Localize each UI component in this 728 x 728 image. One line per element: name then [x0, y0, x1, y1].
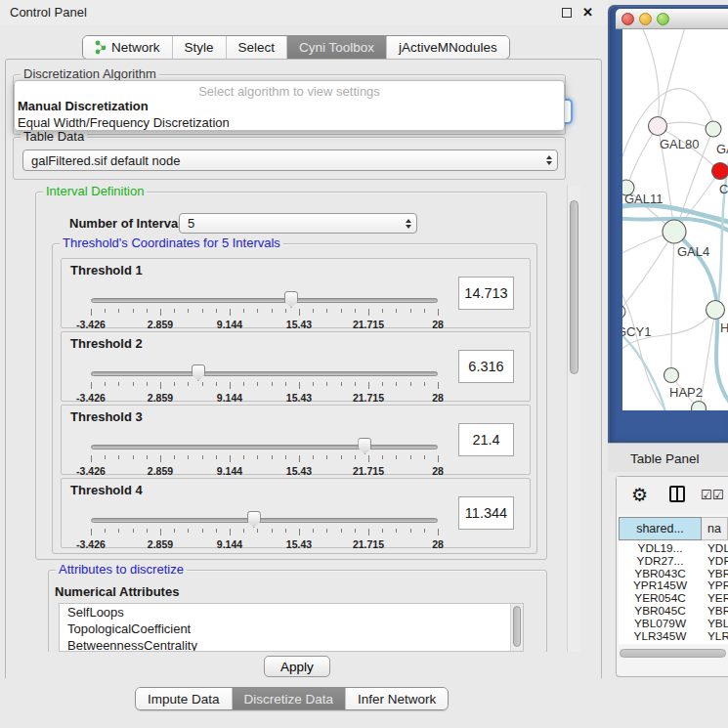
cell-name: YBR0	[702, 604, 728, 617]
minimize-traffic-light-icon[interactable]	[639, 13, 652, 25]
slider-track[interactable]	[91, 445, 438, 450]
table-row[interactable]: YBL079WYBL0	[619, 617, 728, 629]
table-row[interactable]: YIL052CYIL0	[619, 641, 728, 644]
table-row[interactable]: YDL19...YDL1	[619, 541, 728, 554]
algorithm-option[interactable]: Equal Width/Frequency Discretization	[15, 114, 564, 131]
float-window-icon[interactable]	[562, 8, 572, 18]
threshold-value-field[interactable]: 14.713	[458, 277, 514, 310]
tick-mark	[118, 455, 119, 459]
tick-label: 15.43	[286, 319, 312, 330]
table-row[interactable]: YDR27...YDR2	[619, 554, 728, 567]
attribute-list-item[interactable]: BetweennessCentrality	[60, 637, 523, 652]
slider-track[interactable]	[91, 518, 438, 523]
attribute-list-item[interactable]: SelfLoops	[60, 604, 523, 621]
tick-mark	[272, 309, 273, 313]
tick-mark	[410, 529, 411, 533]
tick-mark	[202, 382, 203, 386]
threshold-slider[interactable]: -3.4262.8599.14415.4321.71528	[91, 445, 438, 449]
tick-mark	[285, 529, 286, 533]
attribute-list-item[interactable]: TopologicalCoefficient	[60, 621, 523, 637]
table-row[interactable]: YER054CYER0	[619, 591, 728, 604]
slider-track[interactable]	[91, 371, 438, 376]
slider-thumb-icon[interactable]	[247, 511, 261, 528]
tab-cyni-toolbox[interactable]: Cyni Toolbox	[286, 36, 386, 59]
slider-tick-labels: -3.4262.8599.14415.4321.71528	[91, 538, 438, 550]
network-node[interactable]	[707, 301, 725, 320]
tick-mark	[313, 529, 314, 533]
network-canvas[interactable]: GAL80GACGAL11GAL4GCY1HHAP2	[622, 29, 728, 410]
tick-mark	[243, 455, 244, 459]
tab-impute-data[interactable]: Impute Data	[136, 688, 232, 709]
tick-mark	[133, 529, 134, 533]
tick-label: 28	[432, 392, 444, 404]
tick-mark	[285, 309, 286, 313]
network-node[interactable]	[664, 368, 679, 383]
table-row[interactable]: YBR043CYBR0	[619, 567, 728, 579]
tick-label: 28	[432, 319, 444, 330]
threshold-value-field[interactable]: 11.344	[458, 496, 514, 530]
settings-scrollbar[interactable]	[567, 186, 580, 652]
cell-name: YBR0	[702, 567, 728, 579]
tick-mark	[202, 455, 203, 459]
network-node[interactable]	[712, 163, 728, 180]
settings-gear-icon[interactable]: ⚙	[631, 484, 648, 506]
column-header-shared-name[interactable]: shared...	[619, 517, 702, 540]
tick-mark	[105, 455, 106, 459]
tab-network[interactable]: Network	[83, 36, 172, 59]
network-node[interactable]	[663, 220, 686, 243]
tick-label: -3.426	[76, 319, 106, 330]
num-intervals-combobox[interactable]: 5	[179, 213, 417, 234]
table-row[interactable]: YBR045CYBR0	[619, 604, 728, 617]
close-icon[interactable]: ✕	[581, 6, 594, 19]
numerical-attributes-list[interactable]: SelfLoopsTopologicalCoefficientBetweenne…	[59, 603, 524, 652]
threshold-slider[interactable]: -3.4262.8599.14415.4321.71528	[91, 298, 438, 302]
tick-mark	[326, 309, 327, 313]
tab-discretize-data[interactable]: Discretize Data	[232, 688, 346, 709]
network-node[interactable]	[622, 305, 625, 319]
slider-thumb-icon[interactable]	[284, 291, 298, 308]
attributes-list-scrollbar[interactable]	[510, 604, 523, 651]
threshold-value-field[interactable]: 21.4	[458, 423, 514, 456]
network-window-titlebar[interactable]	[616, 9, 728, 29]
table-row[interactable]: YLR345WYLR3	[619, 629, 728, 642]
zoom-traffic-light-icon[interactable]	[657, 13, 669, 25]
network-node[interactable]	[706, 121, 721, 137]
tab-style[interactable]: Style	[172, 36, 226, 59]
tick-mark	[341, 309, 342, 313]
threshold-value-field[interactable]: 6.316	[458, 350, 514, 383]
threshold-slider[interactable]: -3.4262.8599.14415.4321.71528	[91, 371, 438, 375]
slider-track[interactable]	[91, 298, 438, 303]
split-columns-icon[interactable]	[669, 486, 685, 502]
cell-name: YDL1	[702, 541, 728, 554]
tab-infer-network[interactable]: Infer Network	[345, 688, 448, 709]
algorithm-option[interactable]: Manual Discretization	[15, 98, 564, 114]
tick-label: 2.859	[148, 392, 173, 404]
slider-ticks	[91, 382, 438, 390]
tab-select[interactable]: Select	[226, 36, 287, 59]
tick-mark	[230, 529, 231, 535]
slider-thumb-icon[interactable]	[192, 364, 205, 381]
table-row[interactable]: YPR145WYPR1	[619, 578, 728, 591]
select-columns-icon[interactable]: ☑	[701, 488, 712, 502]
tick-mark	[174, 309, 175, 313]
apply-button[interactable]: Apply	[264, 656, 330, 677]
settings-scrollbar-thumb[interactable]	[570, 200, 578, 374]
threshold-slider[interactable]: -3.4262.8599.14415.4321.71528	[91, 518, 438, 522]
tab-jactivemnodules[interactable]: jActiveMNodules	[386, 36, 509, 59]
select-all-columns-icon[interactable]: ☑	[712, 488, 724, 502]
attributes-scrollbar-thumb[interactable]	[513, 606, 521, 647]
table-data-combobox[interactable]: galFiltered.sif default node	[22, 150, 558, 171]
cell-name: YPR1	[702, 578, 728, 591]
slider-thumb-icon[interactable]	[358, 438, 371, 454]
table-hscrollbar-thumb[interactable]	[620, 649, 726, 658]
table-horizontal-scrollbar[interactable]	[620, 649, 726, 658]
network-node[interactable]	[649, 117, 667, 136]
tick-mark	[272, 382, 273, 386]
tab-label: Discretize Data	[244, 692, 334, 707]
cell-shared-name: YPR145W	[619, 578, 702, 591]
network-node[interactable]	[692, 402, 707, 411]
column-header-name[interactable]: na	[702, 517, 728, 540]
control-panel-titlebar: Control Panel ✕	[0, 0, 608, 25]
close-traffic-light-icon[interactable]	[621, 13, 634, 25]
slider-tick-labels: -3.4262.8599.14415.4321.71528	[91, 319, 438, 330]
